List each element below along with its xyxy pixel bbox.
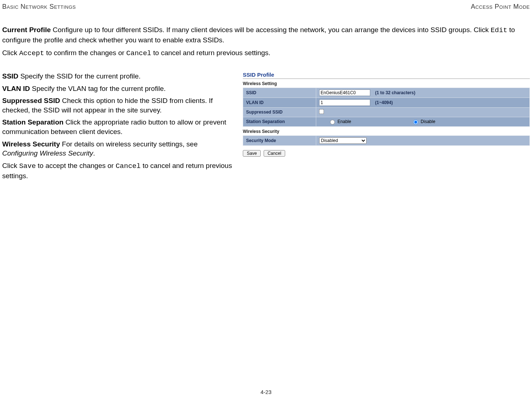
disable-radio[interactable]	[413, 120, 418, 125]
wireless-security-table: Security Mode Disabled	[243, 135, 530, 146]
security-mode-label: Security Mode	[243, 135, 316, 145]
cancel-code: Cancel	[126, 49, 151, 57]
page-number: 4-23	[260, 389, 271, 395]
wireless-security-heading: Wireless Security	[243, 129, 530, 134]
save-pre: Click	[2, 162, 19, 169]
ssid-def-text: Specify the SSID for the current profile…	[18, 72, 141, 80]
panel-title: SSID Profile	[243, 72, 530, 79]
disable-radio-label[interactable]: Disable	[413, 119, 435, 124]
cancel-code-2: Cancel	[116, 162, 141, 170]
vlan-def-label: VLAN ID	[2, 85, 30, 92]
edit-code: Edit	[491, 26, 508, 34]
separation-row-label: Station Separation	[243, 117, 316, 126]
suppressed-checkbox[interactable]	[319, 109, 324, 114]
intro2-post: to cancel and return previous settings.	[151, 49, 270, 57]
vlan-row: VLAN ID (1~4094)	[243, 97, 530, 107]
security-def-label: Wireless Security	[2, 140, 60, 148]
enable-radio[interactable]	[330, 120, 335, 125]
header-right: Access Point Mode	[471, 3, 530, 11]
enable-radio-label[interactable]: Enable	[330, 119, 351, 124]
intro-text-before: Configure up to four different SSIDs. If…	[51, 26, 491, 34]
ssid-row-label: SSID	[243, 88, 316, 97]
security-def-text-post: .	[93, 149, 95, 157]
disable-radio-text: Disable	[421, 119, 435, 124]
security-def-text-em: Configuring Wireless Security	[2, 149, 93, 157]
save-code: Save	[19, 162, 36, 170]
ssid-hint: (1 to 32 characters)	[375, 90, 415, 95]
security-def-text-pre: For details on wireless security setting…	[60, 140, 198, 148]
security-mode-row: Security Mode Disabled	[243, 135, 530, 145]
save-mid: to accept the changes or	[36, 162, 116, 169]
enable-radio-text: Enable	[337, 119, 351, 124]
intro2-pre: Click	[2, 49, 19, 57]
intro-paragraph: Current Profile Configure up to four dif…	[2, 25, 530, 45]
current-profile-label: Current Profile	[2, 26, 51, 34]
definitions-column: SSID Specify the SSID for the current pr…	[2, 72, 234, 183]
intro2-paragraph: Click Accept to confirm the changes or C…	[2, 48, 530, 58]
security-mode-select[interactable]: Disabled	[319, 137, 367, 144]
ssid-row: SSID (1 to 32 characters)	[243, 88, 530, 97]
intro2-mid: to confirm the changes or	[44, 49, 126, 57]
separation-row: Station Separation Enable Disable	[243, 117, 530, 126]
wireless-setting-heading: Wireless Setting	[243, 81, 530, 86]
header-left: Basic Network Settings	[2, 3, 76, 11]
wireless-setting-table: SSID (1 to 32 characters) VLAN ID (1~409…	[243, 88, 530, 127]
vlan-row-label: VLAN ID	[243, 97, 316, 107]
accept-code: Accept	[19, 49, 44, 57]
suppressed-row-label: Suppressed SSID	[243, 107, 316, 117]
vlan-hint: (1~4094)	[375, 100, 393, 105]
ssid-profile-panel: SSID Profile Wireless Setting SSID (1 to…	[243, 72, 530, 183]
save-button[interactable]: Save	[243, 150, 261, 157]
suppressed-row: Suppressed SSID	[243, 107, 530, 117]
suppressed-def-label: Suppressed SSID	[2, 97, 60, 104]
ssid-input[interactable]	[319, 89, 370, 96]
vlan-def-text: Specify the VLAN tag for the current pro…	[30, 85, 166, 92]
separation-def-label: Station Separation	[2, 118, 64, 126]
cancel-button[interactable]: Cancel	[264, 150, 285, 157]
vlan-input[interactable]	[319, 99, 370, 106]
ssid-def-label: SSID	[2, 72, 18, 80]
